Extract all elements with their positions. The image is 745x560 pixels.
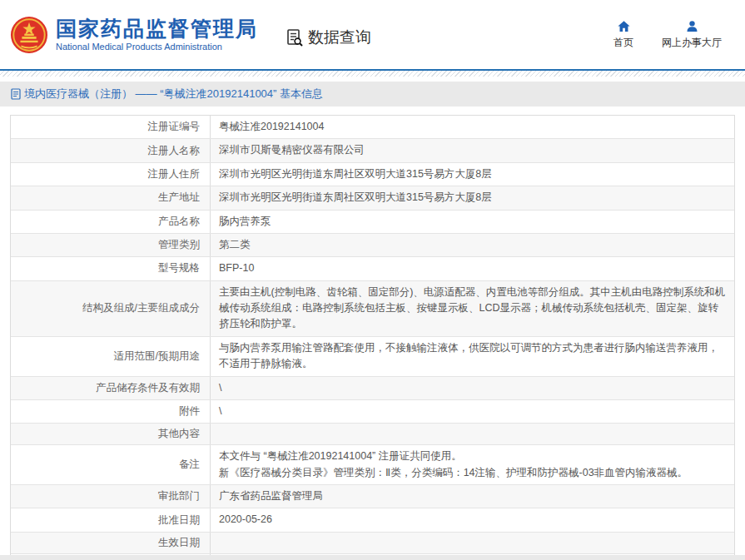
row-value-line: 新《医疗器械分类目录》管理类别：Ⅱ类，分类编码：14注输、护理和防护器械-03非…	[219, 465, 728, 481]
row-value: 主要由主机(控制电路、齿轮箱、固定部分)、电源适配器、内置电池等部分组成。其中主…	[211, 281, 734, 336]
row-value-text: 深圳市光明区光明街道东周社区双明大道315号易方大厦8层	[219, 190, 728, 206]
table-row: 备注本文件与 “粤械注准20192141004” 注册证共同使用。新《医疗器械分…	[11, 445, 734, 485]
data-query-header: 数据查询	[285, 27, 371, 48]
table-row: 注册人名称深圳市贝斯曼精密仪器有限公司	[11, 139, 734, 162]
row-label: 注册证编号	[11, 116, 211, 138]
row-label-text: 型号规格	[158, 261, 200, 275]
row-value: 肠内营养泵	[211, 211, 734, 233]
table-row: 审批部门广东省药品监督管理局	[11, 485, 734, 508]
row-label: 适用范围/预期用途	[11, 337, 211, 376]
row-value	[211, 533, 734, 553]
nav-service-hall[interactable]: 网上办事大厅	[662, 19, 722, 50]
table-row: 生效日期	[11, 533, 734, 554]
table-row: 产品储存条件及有效期\	[11, 377, 734, 400]
breadcrumb-text: 境内医疗器械（注册） —— “粤械注准20192141004” 基本信息	[24, 87, 323, 102]
table-row: 生产地址深圳市光明区光明街道东周社区双明大道315号易方大厦8层	[11, 186, 734, 210]
table-row: 型号规格BFP-10	[11, 257, 734, 280]
registration-info-table: 注册证编号粤械注准20192141004注册人名称深圳市贝斯曼精密仪器有限公司注…	[10, 115, 735, 560]
row-label-text: 其他内容	[158, 427, 200, 441]
row-label-text: 适用范围/预期用途	[114, 349, 200, 364]
row-label-text: 结构及组成/主要组成成分	[82, 301, 200, 315]
nav-service-hall-label: 网上办事大厅	[662, 36, 722, 50]
org-name-en: National Medical Products Administration	[56, 42, 258, 52]
row-label: 生产地址	[11, 186, 211, 209]
row-value: \	[211, 400, 734, 423]
row-label-text: 生产地址	[158, 191, 200, 205]
row-label: 注册人名称	[11, 139, 211, 161]
row-value: BFP-10	[211, 257, 734, 280]
row-value-text: 肠内营养泵	[219, 214, 728, 230]
row-value-line: 本文件与 “粤械注准20192141004” 注册证共同使用。	[219, 448, 728, 464]
row-value: 第二类	[211, 234, 734, 256]
org-title-block: 国家药品监督管理局 National Medical Products Admi…	[56, 17, 258, 52]
row-label-text: 审批部门	[158, 489, 200, 503]
table-row: 管理类别第二类	[11, 234, 734, 257]
user-icon	[685, 19, 699, 33]
home-icon	[617, 19, 631, 33]
nav-home-label: 首页	[613, 36, 633, 50]
row-value: 与肠内营养泵用输注管路配套使用，不接触输注液体，供医院以可调节的方式为患者进行肠…	[211, 337, 734, 376]
document-icon	[11, 88, 21, 100]
page: 国家药品监督管理局 National Medical Products Admi…	[0, 0, 745, 560]
row-value-text: 广东省药品监督管理局	[219, 488, 728, 504]
hatch-strip	[0, 71, 745, 77]
row-label: 生效日期	[11, 533, 211, 553]
row-value-text: BFP-10	[219, 260, 728, 276]
breadcrumb: 境内医疗器械（注册） —— “粤械注准20192141004” 基本信息	[0, 82, 745, 107]
row-value-text: 主要由主机(控制电路、齿轮箱、固定部分)、电源适配器、内置电池等部分组成。其中主…	[219, 285, 728, 333]
org-name-zh: 国家药品监督管理局	[56, 17, 258, 41]
table-row: 产品名称肠内营养泵	[11, 211, 734, 234]
row-label: 批准日期	[11, 508, 211, 531]
nmpa-emblem	[10, 16, 48, 54]
row-label: 产品名称	[11, 211, 211, 233]
table-row: 结构及组成/主要组成成分主要由主机(控制电路、齿轮箱、固定部分)、电源适配器、内…	[11, 281, 734, 337]
table-row: 批准日期2020-05-26	[11, 508, 734, 532]
row-value: 2020-05-26	[211, 508, 734, 531]
row-value: 广东省药品监督管理局	[211, 485, 734, 508]
row-label-text: 注册人名称	[148, 144, 201, 158]
row-value-text: 与肠内营养泵用输注管路配套使用，不接触输注液体，供医院以可调节的方式为患者进行肠…	[219, 340, 728, 373]
row-label-text: 注册人住所	[148, 167, 201, 181]
row-label: 审批部门	[11, 485, 211, 508]
row-label: 管理类别	[11, 234, 211, 256]
footer-strip	[0, 555, 745, 560]
row-value-text: \	[219, 380, 728, 396]
content: 注册证编号粤械注准20192141004注册人名称深圳市贝斯曼精密仪器有限公司注…	[0, 107, 745, 560]
row-value: 深圳市光明区光明街道东周社区双明大道315号易方大厦8层	[211, 186, 734, 209]
row-label: 备注	[11, 445, 211, 484]
row-label: 其他内容	[11, 424, 211, 444]
row-value-text: 第二类	[219, 237, 728, 253]
app-header: 国家药品监督管理局 National Medical Products Admi…	[0, 0, 745, 69]
row-value: 深圳市贝斯曼精密仪器有限公司	[211, 139, 734, 161]
row-label: 附件	[11, 400, 211, 423]
row-label: 结构及组成/主要组成成分	[11, 281, 211, 336]
table-row: 注册人住所深圳市光明区光明街道东周社区双明大道315号易方大厦8层	[11, 163, 734, 186]
row-label-text: 附件	[179, 404, 200, 419]
row-label-text: 备注	[179, 458, 200, 472]
row-value-text: 粤械注准20192141004	[219, 119, 728, 135]
row-label-text: 注册证编号	[148, 120, 201, 134]
data-query-title: 数据查询	[308, 27, 371, 48]
table-row: 适用范围/预期用途与肠内营养泵用输注管路配套使用，不接触输注液体，供医院以可调节…	[11, 337, 734, 377]
row-label-text: 批准日期	[158, 513, 200, 528]
row-value-text: \	[219, 404, 728, 419]
data-query-icon	[285, 27, 305, 47]
row-value-text: 深圳市贝斯曼精密仪器有限公司	[219, 142, 728, 158]
table-row: 附件\	[11, 400, 734, 424]
header-nav: 首页 网上办事大厅	[613, 19, 745, 50]
nav-home[interactable]: 首页	[613, 19, 633, 50]
row-value-text: 2020-05-26	[219, 512, 728, 528]
row-value: \	[211, 377, 734, 399]
row-label-text: 生效日期	[158, 536, 200, 550]
row-value: 粤械注准20192141004	[211, 116, 734, 138]
table-row: 注册证编号粤械注准20192141004	[11, 116, 734, 139]
row-label-text: 产品名称	[158, 215, 200, 229]
row-value	[211, 424, 734, 444]
table-row: 其他内容	[11, 424, 734, 445]
row-label: 注册人住所	[11, 163, 211, 186]
row-label: 型号规格	[11, 257, 211, 280]
row-value: 本文件与 “粤械注准20192141004” 注册证共同使用。新《医疗器械分类目…	[211, 445, 734, 484]
row-value: 深圳市光明区光明街道东周社区双明大道315号易方大厦8层	[211, 163, 734, 186]
row-label-text: 产品储存条件及有效期	[96, 381, 200, 395]
row-label: 产品储存条件及有效期	[11, 377, 211, 399]
